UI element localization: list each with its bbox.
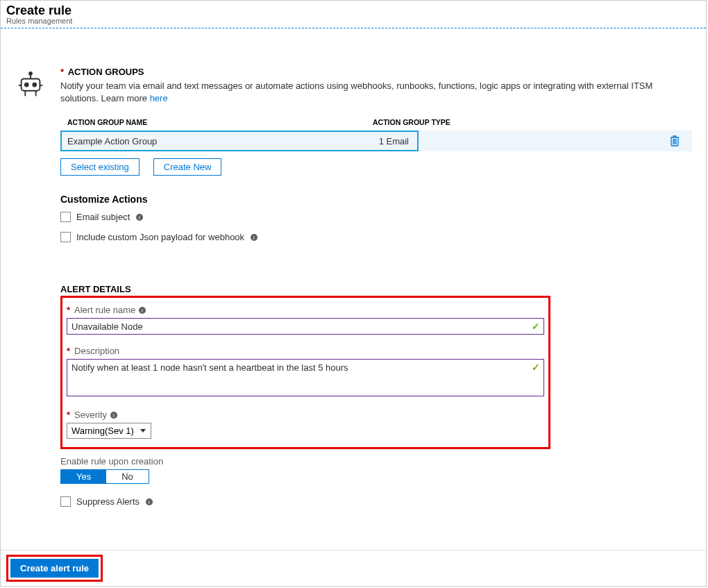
required-star: * <box>67 410 70 420</box>
svg-text:i: i <box>142 308 143 314</box>
action-group-row-type: 1 Email <box>379 136 412 146</box>
action-groups-title: ACTION GROUPS <box>68 67 144 77</box>
delete-action-group-button[interactable] <box>670 135 680 146</box>
create-button-highlight: Create alert rule <box>6 555 103 582</box>
info-icon[interactable]: i <box>110 411 118 419</box>
enable-rule-yes[interactable]: Yes <box>61 470 106 483</box>
bot-icon <box>15 69 47 103</box>
description-label: Description <box>74 346 119 356</box>
enable-rule-label: Enable rule upon creation <box>60 456 692 467</box>
suppress-alerts-checkbox[interactable] <box>60 496 71 507</box>
required-star: * <box>60 67 64 77</box>
col-action-group-name: ACTION GROUP NAME <box>67 118 373 126</box>
page-title: Create rule <box>6 3 700 18</box>
info-icon[interactable]: i <box>145 498 153 506</box>
severity-select[interactable]: Warning(Sev 1) <box>67 423 151 439</box>
learn-more-link[interactable]: here <box>150 93 168 103</box>
svg-point-3 <box>25 83 28 87</box>
col-action-group-type: ACTION GROUP TYPE <box>373 118 685 126</box>
svg-point-4 <box>33 83 36 87</box>
required-star: * <box>67 346 70 356</box>
info-icon[interactable]: i <box>138 306 146 314</box>
select-existing-button[interactable]: Select existing <box>60 158 140 176</box>
create-alert-rule-button[interactable]: Create alert rule <box>10 559 99 578</box>
action-groups-description: Notify your team via email and text mess… <box>60 80 692 104</box>
alert-rule-name-input[interactable] <box>67 318 544 335</box>
info-icon[interactable]: i <box>135 213 144 221</box>
alert-details-highlight: * Alert rule name i ✓ * Description ✓ <box>60 296 550 449</box>
customize-actions-title: Customize Actions <box>60 194 692 205</box>
breadcrumb: Rules management <box>6 17 700 25</box>
svg-text:i: i <box>113 412 115 419</box>
email-subject-label: Email subject <box>76 212 130 222</box>
custom-json-checkbox[interactable] <box>60 232 71 242</box>
valid-check-icon: ✓ <box>532 362 540 373</box>
email-subject-checkbox[interactable] <box>60 212 71 222</box>
svg-rect-2 <box>22 78 40 90</box>
footer-bar: Create alert rule <box>1 550 706 586</box>
action-group-row-name: Example Action Group <box>67 136 379 146</box>
trash-icon <box>670 135 680 146</box>
svg-point-0 <box>29 72 32 75</box>
valid-check-icon: ✓ <box>532 321 540 332</box>
info-icon[interactable]: i <box>250 233 258 242</box>
create-new-button[interactable]: Create New <box>153 158 222 176</box>
alert-rule-name-label: Alert rule name <box>74 305 135 315</box>
action-group-table-header: ACTION GROUP NAME ACTION GROUP TYPE <box>60 118 692 126</box>
custom-json-label: Include custom Json payload for webhook <box>76 232 244 242</box>
svg-text:i: i <box>253 235 255 241</box>
svg-text:i: i <box>139 215 140 221</box>
enable-rule-toggle: Yes No <box>60 469 149 484</box>
severity-label: Severity <box>74 410 107 420</box>
description-input[interactable] <box>67 359 544 396</box>
suppress-alerts-label: Suppress Alerts <box>76 496 140 507</box>
alert-details-title: ALERT DETAILS <box>60 284 692 294</box>
action-group-row[interactable]: Example Action Group 1 Email <box>60 131 692 151</box>
required-star: * <box>67 305 70 315</box>
enable-rule-no[interactable]: No <box>106 470 149 483</box>
svg-text:i: i <box>149 499 150 505</box>
